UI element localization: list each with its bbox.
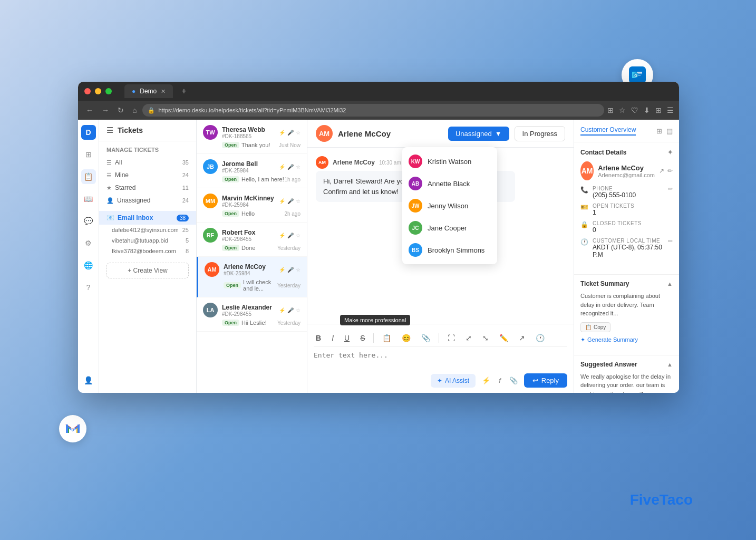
ticket-meta-3: Open Done Yesterday [222, 245, 301, 251]
sidebar-icon-book[interactable]: 📖 [81, 191, 96, 206]
nav-item-unassigned[interactable]: 👤 Unassigned 24 [99, 194, 196, 207]
ticket-name-0: Theresa Webb [222, 126, 275, 133]
browser-toolbar: ← → ↻ ⌂ 🔒 https://demo.desku.io/helpdesk… [78, 101, 679, 120]
dropdown-item-1[interactable]: AB Annette Black [402, 172, 497, 195]
contact-name: Arlene McCoy [598, 164, 655, 172]
dropdown-item-3[interactable]: JC Jane Cooper [402, 217, 497, 239]
ticket-preview-3: Open Done [222, 245, 255, 251]
copy-btn[interactable]: 📋 Copy [580, 322, 610, 332]
pen-btn[interactable]: ✏️ [497, 333, 510, 343]
sidebar-icon-inbox[interactable]: 📋 [81, 169, 96, 184]
bold-btn[interactable]: B [314, 333, 323, 343]
reply-input[interactable] [314, 351, 567, 367]
menu-icon[interactable]: ☰ [667, 106, 674, 114]
new-tab-btn[interactable]: + [181, 86, 186, 96]
forward-btn[interactable]: → [99, 104, 112, 117]
dropdown-item-0[interactable]: KW Kristin Watson [402, 150, 497, 172]
in-progress-btn[interactable]: In Progress [515, 126, 565, 141]
browser-tab[interactable]: ● Demo ✕ [124, 84, 173, 98]
italic-reply-btn[interactable]: f [497, 374, 503, 387]
template-btn[interactable]: 📋 [380, 333, 393, 343]
sidebar-icon-chat[interactable]: 💬 [81, 214, 96, 228]
shield-icon[interactable]: 🛡 [631, 106, 638, 114]
sidebar-icon-globe[interactable]: 🌐 [81, 258, 96, 273]
lightning-btn[interactable]: ⚡ [480, 374, 492, 387]
ai-assist-btn[interactable]: ✦ AI Assist [431, 374, 476, 388]
download-icon[interactable]: ⬇ [644, 106, 650, 114]
app-logo[interactable]: D [81, 125, 96, 140]
ticket-icons-4: ⚡🎤☆ [279, 267, 301, 273]
ticket-list: TW Theresa Webb #DK-188565 ⚡🎤☆ Open Than… [197, 120, 307, 393]
summary-text: Customer is complaining about delay in o… [580, 292, 673, 318]
ticket-preview-2: Open Hello [222, 210, 255, 217]
strikethrough-btn[interactable]: S [358, 333, 367, 343]
sidebar-icon-grid[interactable]: ⊞ [81, 147, 96, 162]
edit-phone-icon[interactable]: ✏ [668, 186, 673, 192]
tab-close-btn[interactable]: ✕ [161, 88, 166, 95]
apps-icon[interactable]: ⊞ [655, 106, 662, 114]
sidebar-icon-user[interactable]: 👤 [81, 373, 96, 388]
ticket-item-2[interactable]: MM Marvin McKinney #DK-25984 ⚡🎤☆ Open He… [197, 188, 307, 223]
ticket-item-5[interactable]: LA Leslie Alexander #DK-298455 ⚡🎤☆ Open … [197, 297, 307, 332]
minimize-btn[interactable]: ⤡ [480, 333, 491, 343]
back-btn[interactable]: ← [83, 104, 96, 117]
create-view-btn[interactable]: + Create View [106, 263, 189, 278]
external-link-icon[interactable]: ↗ [659, 167, 664, 175]
address-bar[interactable]: 🔒 https://demo.desku.io/helpdesk/tickets… [142, 104, 604, 117]
attachment-btn[interactable]: 📎 [419, 333, 432, 343]
traffic-light-yellow[interactable] [95, 88, 101, 94]
ticket-id-0: #DK-188565 [222, 133, 275, 139]
suggested-answer-header[interactable]: Suggested Answer ▲ [580, 361, 673, 368]
dropdown-item-4[interactable]: BS Brooklyn Simmons [402, 239, 497, 261]
email-inbox-item[interactable]: 📧 Email Inbox 38 [99, 211, 196, 225]
attach-reply-btn[interactable]: 📎 [507, 374, 520, 387]
closed-tickets-detail: 🔒 CLOSED TICKETS 0 [580, 220, 673, 234]
sidebar-icon-help[interactable]: ? [81, 280, 96, 295]
email-sub-item-0[interactable]: dafebe4l12@syinxun.com 25 [99, 225, 196, 235]
ticket-avatar-1: JB [203, 159, 218, 174]
emoji-btn[interactable]: 😊 [400, 333, 413, 343]
generate-summary-btn[interactable]: ✦ Generate Summary [580, 336, 638, 343]
favorites-icon[interactable]: ☆ [619, 106, 626, 114]
underline-btn[interactable]: U [342, 333, 352, 343]
generate-sparkle-icon: ✦ [580, 336, 585, 343]
traffic-light-red[interactable] [84, 88, 91, 94]
dropdown-item-2[interactable]: JW Jenny Wilson [402, 195, 497, 217]
contact-sparkle-icon: ✦ [667, 149, 673, 156]
edit-time-icon[interactable]: ✏ [668, 238, 673, 245]
ticket-item-0[interactable]: TW Theresa Webb #DK-188565 ⚡🎤☆ Open Than… [197, 120, 307, 154]
ticket-item-1[interactable]: JB Jerome Bell #DK-25984 ⚡🎤☆ Open Hello,… [197, 154, 307, 188]
suggested-chevron-icon: ▲ [667, 361, 673, 368]
sidebar-icon-settings[interactable]: ⚙ [81, 236, 96, 250]
hamburger-icon[interactable]: ☰ [106, 126, 113, 134]
dropdown-avatar-0: KW [409, 155, 422, 168]
ticket-item-3[interactable]: RF Robert Fox #DK-298455 ⚡🎤☆ Open Done Y… [197, 223, 307, 257]
panel-grid-icon[interactable]: ⊞ [656, 127, 662, 135]
clock-btn[interactable]: 🕐 [534, 333, 547, 343]
email-sub-item-1[interactable]: vibetahu@tutuapp.bid 5 [99, 235, 196, 246]
fullscreen-btn[interactable]: ⛶ [445, 333, 457, 343]
refresh-btn[interactable]: ↻ [115, 104, 127, 117]
manage-tickets-title: Manage Tickets [99, 141, 196, 156]
nav-item-starred[interactable]: ★ Starred 11 [99, 181, 196, 194]
panel-layout-icon[interactable]: ▤ [666, 127, 673, 135]
home-btn[interactable]: ⌂ [130, 104, 139, 117]
customer-overview-tab[interactable]: Customer Overview [580, 126, 636, 136]
chat-area: AM Arlene McCoy Unassigned ▼ In Progress… [307, 120, 574, 393]
contact-email: Arlenemc@gmail.com [598, 172, 655, 178]
traffic-light-green[interactable] [105, 88, 112, 94]
italic-btn[interactable]: I [329, 333, 336, 343]
ticket-name-3: Robert Fox [222, 229, 275, 236]
share-btn[interactable]: ↗ [517, 333, 527, 343]
ticket-summary-header[interactable]: Ticket Summary ▲ [580, 280, 673, 287]
nav-item-mine[interactable]: ☰ Mine 24 [99, 169, 196, 181]
email-sub-item-2[interactable]: fkive3782@bodeem.com 8 [99, 246, 196, 256]
nav-item-all[interactable]: ☰ All 35 [99, 156, 196, 169]
edit-contact-icon[interactable]: ✏ [667, 167, 673, 175]
ticket-item-4[interactable]: AM Arlene McCoy #DK-25984 ⚡🎤☆ Open I wil… [197, 257, 307, 297]
extensions-icon[interactable]: ⊞ [607, 106, 614, 114]
expand-btn[interactable]: ⤢ [463, 333, 474, 343]
unassigned-btn[interactable]: Unassigned ▼ [448, 127, 509, 141]
reply-btn[interactable]: ↩ Reply [524, 373, 567, 388]
dropdown-name-0: Kristin Watson [428, 158, 471, 166]
